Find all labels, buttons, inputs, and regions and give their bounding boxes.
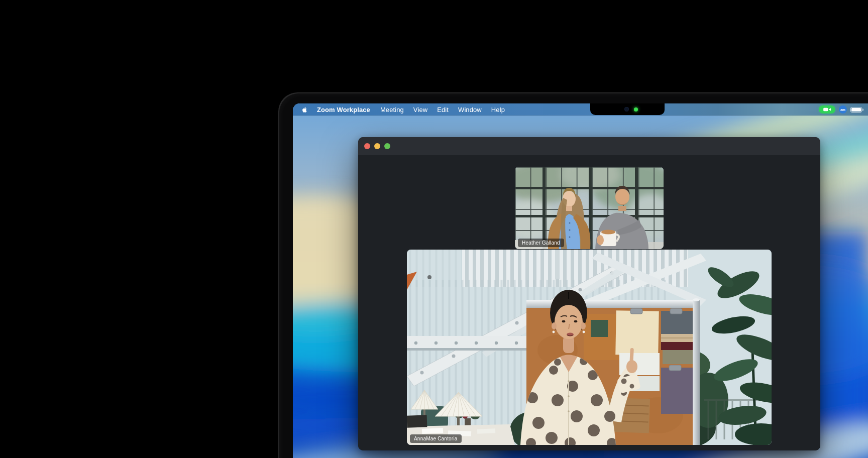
menu-item-window[interactable]: Window [458, 106, 482, 113]
video-tile-secondary[interactable]: Heather Galland [515, 167, 664, 249]
swatch-olive [663, 350, 693, 364]
camera-lens-icon [624, 107, 629, 111]
menu-item-meeting[interactable]: Meeting [380, 106, 404, 113]
close-button[interactable] [364, 143, 370, 149]
menu-item-view[interactable]: View [413, 106, 427, 113]
video-feed-two-participants [515, 167, 664, 249]
macbook-screen: Zoom Workplace Meeting View Edit Window … [293, 103, 868, 458]
menu-app-name[interactable]: Zoom Workplace [317, 106, 370, 113]
camera-on-indicator-light [634, 107, 638, 111]
participant-name-label: AnnaMae Cantoria [410, 434, 462, 443]
apple-menu[interactable] [301, 106, 308, 113]
menu-item-edit[interactable]: Edit [437, 106, 449, 113]
window-titlebar[interactable] [358, 137, 820, 155]
swatch-dark-green [591, 320, 608, 337]
swatch-gray [661, 311, 693, 335]
menubar-status-icons: zm [819, 105, 863, 113]
stage: Zoom Workplace Meeting View Edit Window … [0, 0, 868, 458]
video-camera-icon [822, 107, 833, 112]
participant-name-label: Heather Galland [518, 239, 564, 248]
minimize-button[interactable] [374, 143, 380, 149]
camera-notch [590, 103, 665, 115]
macbook: Zoom Workplace Meeting View Edit Window … [278, 92, 868, 458]
apple-logo-icon [301, 106, 308, 113]
video-tile-primary[interactable]: AnnaMae Cantoria [407, 250, 772, 445]
video-feed-speaker [407, 250, 772, 445]
swatch-cream [615, 310, 659, 355]
menu-item-help[interactable]: Help [491, 106, 505, 113]
zoom-meeting-window: Heather Galland [358, 137, 820, 450]
menu-bar: Zoom Workplace Meeting View Edit Window … [293, 103, 868, 116]
fullscreen-button[interactable] [384, 143, 390, 149]
swatch-dark-red [661, 342, 694, 350]
battery-icon[interactable] [850, 107, 863, 112]
video-grid: Heather Galland [358, 155, 820, 450]
swatch-purple [661, 368, 695, 414]
camera-active-indicator-icon[interactable] [819, 105, 835, 113]
zoom-app-icon[interactable]: zm [839, 105, 847, 113]
